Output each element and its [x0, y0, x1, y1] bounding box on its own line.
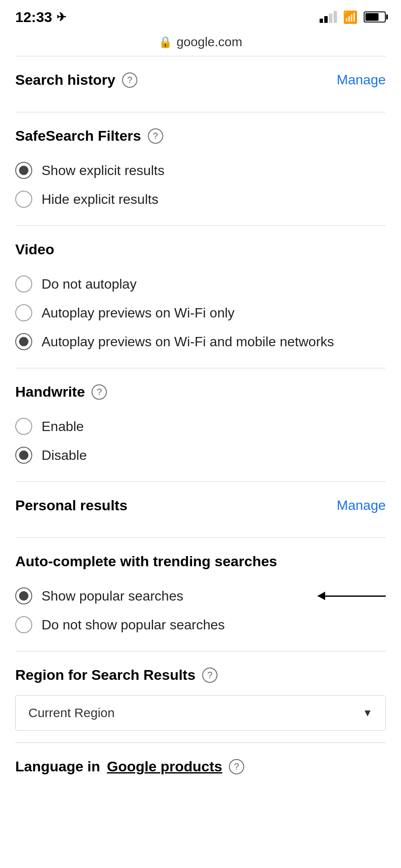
safesearch-help-icon[interactable]: ?: [148, 128, 163, 144]
autocomplete-no-popular-option[interactable]: Do not show popular searches: [15, 610, 386, 639]
safesearch-show-explicit-dot: [19, 166, 28, 175]
personal-results-header: Personal results Manage: [15, 497, 386, 514]
time-display: 12:33: [15, 9, 52, 25]
autocomplete-show-popular-option[interactable]: Show popular searches: [15, 581, 386, 610]
autocomplete-show-popular-label: Show popular searches: [42, 588, 183, 604]
handwrite-enable-radio[interactable]: [15, 418, 32, 435]
search-history-section: Search history ? Manage: [0, 56, 401, 112]
handwrite-section: Handwrite ? Enable Disable: [0, 368, 401, 481]
handwrite-enable-option[interactable]: Enable: [15, 412, 386, 441]
language-section: Language in Google products ?: [0, 743, 401, 775]
personal-results-title: Personal results: [15, 497, 128, 514]
handwrite-header: Handwrite ?: [15, 384, 386, 400]
safesearch-hide-explicit-radio[interactable]: [15, 191, 32, 208]
region-dropdown-value: Current Region: [28, 706, 114, 720]
autocomplete-title-group: Auto-complete with trending searches: [15, 553, 277, 570]
handwrite-title: Handwrite: [15, 384, 85, 400]
video-wifi-mobile-option[interactable]: Autoplay previews on Wi-Fi and mobile ne…: [15, 327, 386, 356]
autocomplete-no-popular-label: Do not show popular searches: [42, 617, 225, 633]
search-history-title: Search history: [15, 72, 115, 88]
video-wifi-mobile-dot: [19, 337, 28, 346]
language-title-prefix: Language in: [15, 758, 100, 775]
status-icons: 📶: [320, 10, 386, 24]
wifi-icon: 📶: [343, 10, 358, 24]
region-help-icon[interactable]: ?: [202, 668, 217, 683]
language-help-icon[interactable]: ?: [229, 759, 244, 774]
region-header: Region for Search Results ?: [15, 667, 386, 683]
handwrite-title-group: Handwrite ?: [15, 384, 107, 400]
autocomplete-show-popular-dot: [19, 591, 28, 601]
video-wifi-mobile-label: Autoplay previews on Wi-Fi and mobile ne…: [42, 334, 334, 350]
video-wifi-only-option[interactable]: Autoplay previews on Wi-Fi only: [15, 298, 386, 327]
handwrite-disable-option[interactable]: Disable: [15, 441, 386, 470]
language-title-bold: Google products: [107, 758, 222, 775]
autocomplete-show-popular-radio[interactable]: [15, 587, 32, 604]
safesearch-hide-explicit-option[interactable]: Hide explicit results: [15, 185, 386, 214]
video-wifi-only-label: Autoplay previews on Wi-Fi only: [42, 305, 234, 321]
status-time: 12:33 ✈: [15, 9, 66, 25]
url-bar[interactable]: 🔒 google.com: [0, 31, 401, 56]
safesearch-title-group: SafeSearch Filters ?: [15, 128, 163, 144]
handwrite-disable-radio[interactable]: [15, 447, 32, 464]
arrow-annotation: [318, 595, 386, 597]
arrow-line: [318, 595, 386, 597]
autocomplete-no-popular-radio[interactable]: [15, 616, 32, 633]
safesearch-show-explicit-option[interactable]: Show explicit results: [15, 156, 386, 185]
autocomplete-title: Auto-complete with trending searches: [15, 553, 277, 570]
dropdown-chevron-icon: ▼: [362, 707, 373, 719]
handwrite-disable-label: Disable: [42, 448, 87, 463]
autocomplete-section: Auto-complete with trending searches Sho…: [0, 538, 401, 651]
safesearch-section: SafeSearch Filters ? Show explicit resul…: [0, 112, 401, 225]
personal-results-manage-link[interactable]: Manage: [337, 498, 386, 513]
safesearch-title: SafeSearch Filters: [15, 128, 141, 144]
search-history-help-icon[interactable]: ?: [122, 72, 137, 88]
language-title: Language in Google products ?: [15, 758, 386, 775]
search-history-title-group: Search history ?: [15, 72, 137, 88]
video-no-autoplay-option[interactable]: Do not autoplay: [15, 270, 386, 298]
video-title: Video: [15, 241, 54, 258]
handwrite-enable-label: Enable: [42, 419, 84, 434]
safesearch-show-explicit-label: Show explicit results: [42, 163, 164, 178]
search-history-manage-link[interactable]: Manage: [337, 72, 386, 88]
safesearch-header: SafeSearch Filters ?: [15, 128, 386, 144]
status-bar: 12:33 ✈ 📶: [0, 0, 401, 31]
signal-icon: [320, 11, 337, 23]
region-section: Region for Search Results ? Current Regi…: [0, 651, 401, 743]
safesearch-hide-explicit-label: Hide explicit results: [42, 192, 159, 207]
video-section: Video Do not autoplay Autoplay previews …: [0, 226, 401, 368]
handwrite-disable-dot: [19, 451, 28, 460]
autocomplete-header: Auto-complete with trending searches: [15, 553, 386, 570]
lock-icon: 🔒: [159, 36, 172, 49]
search-history-header: Search history ? Manage: [15, 72, 386, 88]
video-wifi-only-radio[interactable]: [15, 304, 32, 321]
url-text: google.com: [176, 35, 242, 49]
handwrite-help-icon[interactable]: ?: [92, 384, 107, 400]
video-no-autoplay-radio[interactable]: [15, 275, 32, 292]
safesearch-show-explicit-radio[interactable]: [15, 162, 32, 179]
region-title: Region for Search Results: [15, 667, 195, 683]
region-dropdown[interactable]: Current Region ▼: [15, 695, 386, 731]
video-header: Video: [15, 241, 386, 258]
video-title-group: Video: [15, 241, 54, 258]
region-title-group: Region for Search Results ?: [15, 667, 217, 683]
battery-icon: [364, 11, 386, 22]
video-wifi-mobile-radio[interactable]: [15, 333, 32, 350]
location-icon: ✈: [56, 10, 66, 24]
personal-results-title-group: Personal results: [15, 497, 128, 514]
video-no-autoplay-label: Do not autoplay: [42, 276, 136, 292]
personal-results-section: Personal results Manage: [0, 482, 401, 537]
